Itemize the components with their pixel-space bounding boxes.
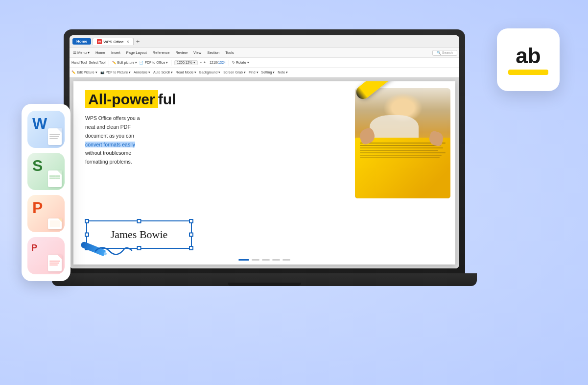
app-icon-sheet[interactable]: S (27, 153, 65, 190)
title-rest: ful (158, 91, 176, 107)
app-icon-ppt[interactable]: P (27, 195, 65, 232)
laptop: Home W WPS Office × + ☰ Menu ▾ Home Inse… (64, 29, 465, 304)
doc-page: All-powerful WPS Office offers you a nea… (73, 81, 455, 265)
wps-ui: Home W WPS Office × + ☰ Menu ▾ Home Inse… (70, 35, 459, 268)
app-strip: W S P P (22, 104, 71, 281)
menu-item-view[interactable]: View (192, 50, 203, 55)
handle-bm (137, 246, 141, 250)
app-doc-bg-pdf (48, 255, 62, 271)
wps-tab[interactable]: W WPS Office × (93, 38, 133, 45)
pdf-to-office-btn[interactable]: 📄 PDF to Office ▾ (139, 61, 168, 65)
doc-scroll-dots (238, 259, 290, 261)
ab-card: ab (497, 28, 560, 91)
app-icon-writer[interactable]: W (27, 111, 65, 148)
page-num: 1210/1324 (210, 61, 226, 64)
menu-bar: ☰ Menu ▾ Home Insert Page Layout Referen… (70, 48, 459, 58)
tab-bar: Home W WPS Office × + (70, 35, 459, 48)
body-highlight: convert formats easily (85, 142, 135, 147)
menu-item-page-layout[interactable]: Page Layout (125, 50, 148, 55)
app-icon-pdf[interactable]: P (27, 237, 65, 274)
doc-photo (355, 88, 450, 198)
tool-select[interactable]: Select Tool (89, 61, 105, 64)
find-btn[interactable]: Find ▾ (249, 71, 259, 74)
home-tab[interactable]: Home (72, 38, 91, 45)
menu-item-insert[interactable]: Insert (110, 50, 122, 55)
tool-hand[interactable]: Hand Tool (71, 61, 87, 64)
app-doc-bg-s (48, 170, 62, 187)
zoom-in-icon[interactable]: + (204, 61, 206, 64)
menu-item-review[interactable]: Review (174, 50, 189, 55)
divider-2 (171, 60, 171, 66)
body-line-5: formatting problems. (85, 159, 132, 165)
app-letter-p: P (32, 199, 43, 217)
ab-underline (508, 70, 548, 75)
screen-bezel: Home W WPS Office × + ☰ Menu ▾ Home Inse… (70, 35, 459, 268)
screen-grab-btn[interactable]: Screen Grab ▾ (223, 71, 246, 74)
doc-content: All-powerful WPS Office offers you a nea… (70, 77, 459, 268)
body-line-2: neat and clean PDF (85, 124, 131, 130)
body-line-4: without troublesome (85, 150, 131, 156)
background-btn[interactable]: Background ▾ (199, 71, 220, 74)
handle-tr (189, 219, 193, 223)
app-letter-w: W (32, 115, 47, 133)
body-line-1: WPS Office offers you a (85, 115, 140, 121)
app-doc-bg-w (48, 128, 62, 145)
ab-text: ab (516, 45, 541, 67)
menu-item-home[interactable]: Home (94, 50, 107, 55)
menu-item-reference[interactable]: Reference (151, 50, 171, 55)
app-doc-bg-p (48, 218, 62, 229)
pdf-to-picture-btn[interactable]: 📷 PDF to Picture ▾ (100, 71, 131, 74)
note-btn[interactable]: Note ▾ (278, 71, 288, 74)
laptop-base (52, 273, 477, 286)
divider-3 (229, 60, 229, 66)
search-box[interactable]: 🔍 Search (432, 50, 457, 56)
rotate-btn[interactable]: ↻ Rotate ▾ (232, 61, 249, 65)
edit-picture-2-btn[interactable]: ✏️ Edit Picture ▾ (71, 71, 97, 74)
app-letter-s: S (32, 157, 43, 175)
handle-lm (85, 233, 89, 237)
handle-rm (189, 233, 193, 237)
menu-item-section[interactable]: Section (206, 50, 221, 55)
toolbar-row-1: Hand Tool Select Tool ✏️ Edit picture ▾ … (70, 58, 459, 68)
pen-body (80, 245, 106, 252)
wps-tab-icon: W (97, 39, 102, 44)
signature-text: James Bowie (111, 228, 168, 241)
menu-item-menu[interactable]: ☰ Menu ▾ (71, 50, 91, 55)
handle-tl (85, 219, 89, 223)
setting-btn[interactable]: Setting ▾ (261, 71, 275, 74)
zoom-input[interactable]: 1250.12% ▾ (174, 60, 197, 65)
add-tab-icon[interactable]: + (136, 38, 140, 45)
toolbar-row-2: ✏️ Edit Picture ▾ 📷 PDF to Picture ▾ Ann… (70, 68, 459, 77)
menu-item-tools[interactable]: Tools (224, 50, 235, 55)
read-mode-btn[interactable]: Read Mode ▾ (176, 71, 196, 74)
edit-picture-btn[interactable]: ✏️ Edit picture ▾ (112, 61, 138, 65)
title-highlight-bg: All-power (85, 90, 158, 108)
body-line-3: document as you can (85, 133, 134, 139)
handle-br (189, 246, 193, 250)
close-icon[interactable]: × (126, 39, 129, 44)
handle-tm (137, 219, 141, 223)
laptop-screen-body: Home W WPS Office × + ☰ Menu ▾ Home Inse… (64, 29, 465, 274)
divider-1 (109, 60, 109, 66)
zoom-out-icon[interactable]: − (200, 61, 202, 64)
auto-scroll-btn[interactable]: Auto Scroll ▾ (153, 71, 173, 74)
app-letter-pdf: P (31, 243, 37, 253)
doc-body-text: WPS Office offers you a neat and clean P… (85, 114, 212, 167)
wps-tab-label: WPS Office (103, 40, 123, 44)
annotate-btn[interactable]: Annotate ▾ (134, 71, 150, 74)
